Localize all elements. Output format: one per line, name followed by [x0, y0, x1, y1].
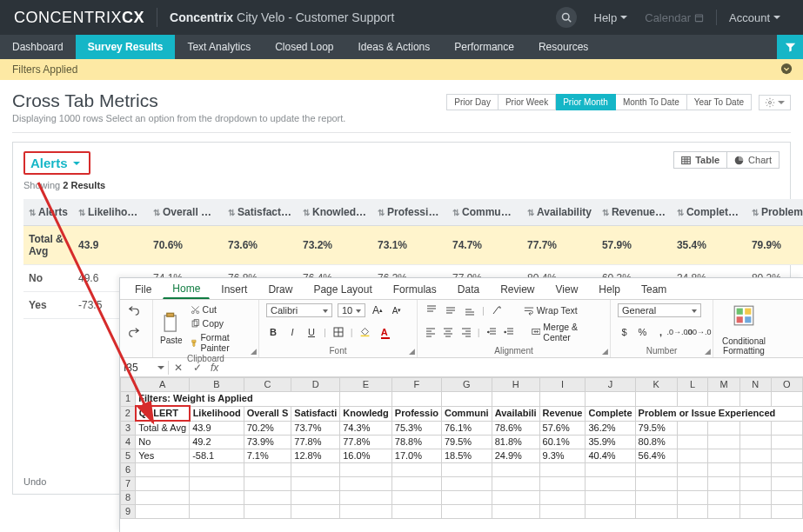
cell[interactable]	[771, 477, 802, 491]
expand-filters-icon[interactable]	[780, 63, 793, 77]
column-header[interactable]: ⇅Complete T…	[672, 199, 746, 226]
cell[interactable]: Revenue	[539, 406, 586, 421]
cell[interactable]: Filters: Weight is Applied	[136, 392, 340, 407]
cell[interactable]: -58.1	[190, 449, 244, 463]
currency-button[interactable]: $	[618, 325, 631, 339]
cell[interactable]	[441, 392, 492, 407]
cell[interactable]: Likelihood	[190, 406, 244, 421]
help-menu[interactable]: Help	[586, 11, 637, 24]
excel-tab-formulas[interactable]: Formulas	[384, 280, 446, 299]
filters-applied-bar[interactable]: Filters Applied	[0, 59, 803, 80]
cell[interactable]	[708, 505, 739, 519]
excel-tab-page-layout[interactable]: Page Layout	[304, 280, 381, 299]
cell[interactable]: Problem or Issue Experienced	[635, 406, 802, 421]
column-letter[interactable]: O	[771, 378, 802, 392]
cell[interactable]	[739, 392, 771, 407]
cell[interactable]	[391, 505, 441, 519]
cell[interactable]	[677, 392, 708, 407]
cell[interactable]	[136, 505, 190, 519]
cell[interactable]	[771, 421, 802, 436]
cell[interactable]	[190, 491, 244, 505]
align-left-icon[interactable]	[425, 325, 437, 339]
nav-tab-dashboard[interactable]: Dashboard	[0, 35, 76, 59]
excel-tab-home[interactable]: Home	[163, 279, 210, 299]
increase-font-icon[interactable]: A▴	[371, 303, 385, 317]
cell[interactable]: 80.8%	[635, 436, 677, 449]
column-letter[interactable]: H	[492, 378, 539, 392]
cell[interactable]	[708, 449, 739, 463]
cell[interactable]: 78.8%	[391, 436, 441, 449]
cell[interactable]	[492, 505, 539, 519]
metric-dropdown[interactable]: Alerts	[23, 151, 90, 175]
cell[interactable]: 40.4%	[586, 449, 635, 463]
column-letter[interactable]: J	[586, 378, 635, 392]
row-number[interactable]: 6	[121, 463, 136, 477]
cell[interactable]	[677, 449, 708, 463]
nav-tab-closed-loop[interactable]: Closed Loop	[263, 35, 345, 59]
column-header[interactable]: ⇅Overall Sati…	[148, 199, 223, 226]
column-header[interactable]: ⇅Communic…	[447, 199, 522, 226]
bold-button[interactable]: B	[266, 325, 280, 339]
cell[interactable]	[677, 421, 708, 436]
cell[interactable]: 60.1%	[539, 436, 586, 449]
row-number[interactable]: 7	[121, 477, 136, 491]
excel-sheet-grid[interactable]: ABCDEFGHIJKLMNO 1Filters: Weight is Appl…	[120, 377, 803, 519]
column-header[interactable]: ⇅Profession…	[372, 199, 447, 226]
excel-tab-file[interactable]: File	[125, 280, 161, 299]
cell[interactable]	[739, 449, 771, 463]
underline-button[interactable]: U	[304, 325, 318, 339]
cell[interactable]	[739, 477, 771, 491]
cell[interactable]	[291, 491, 340, 505]
cell[interactable]	[635, 491, 677, 505]
cell[interactable]	[391, 463, 441, 477]
column-letter[interactable]: A	[136, 378, 190, 392]
time-month-to-date[interactable]: Month To Date	[616, 94, 687, 110]
cell[interactable]	[492, 491, 539, 505]
cell[interactable]	[635, 392, 677, 407]
cell[interactable]: Satisfacti	[291, 406, 340, 421]
cell[interactable]	[677, 436, 708, 449]
cell[interactable]	[586, 392, 635, 407]
cell[interactable]: 57.6%	[539, 421, 586, 436]
excel-tab-help[interactable]: Help	[589, 280, 630, 299]
column-letter[interactable]: F	[391, 378, 441, 392]
column-header[interactable]: ⇅Knowledge	[298, 199, 372, 226]
cell[interactable]	[291, 477, 340, 491]
column-header[interactable]: ⇅Revenue at …	[597, 199, 672, 226]
increase-indent-icon[interactable]	[503, 325, 515, 339]
nav-tab-survey-results[interactable]: Survey Results	[76, 35, 176, 59]
cell[interactable]: 7.1%	[244, 449, 291, 463]
excel-tab-view[interactable]: View	[546, 280, 588, 299]
nav-tab-text-analytics[interactable]: Text Analytics	[175, 35, 263, 59]
cell[interactable]	[708, 477, 739, 491]
cell[interactable]	[739, 421, 771, 436]
italic-button[interactable]: I	[285, 325, 299, 339]
redo-icon[interactable]	[127, 325, 141, 339]
cell[interactable]: 73.9%	[244, 436, 291, 449]
cell[interactable]	[586, 463, 635, 477]
align-top-icon[interactable]	[425, 303, 438, 317]
cell[interactable]	[391, 491, 441, 505]
cell[interactable]: 74.3%	[340, 421, 392, 436]
cell[interactable]: 17.0%	[391, 449, 441, 463]
increase-decimal-icon[interactable]: .0→.00	[673, 325, 686, 339]
cell[interactable]: Total & Avg	[136, 421, 190, 436]
cell[interactable]	[708, 463, 739, 477]
align-middle-icon[interactable]	[444, 303, 458, 317]
account-menu[interactable]: Account	[720, 11, 789, 24]
time-year-to-date[interactable]: Year To Date	[687, 94, 752, 110]
cell[interactable]	[441, 477, 492, 491]
cell[interactable]	[586, 505, 635, 519]
cell[interactable]	[492, 392, 539, 407]
excel-conditional-formatting[interactable]: Conditional Formatting	[713, 300, 774, 357]
font-color-button[interactable]: A	[378, 325, 391, 339]
cell[interactable]	[739, 505, 771, 519]
view-chart-button[interactable]: Chart	[727, 151, 780, 169]
column-header[interactable]: ⇅Availability	[522, 199, 597, 226]
cell[interactable]	[677, 477, 708, 491]
cell[interactable]	[136, 463, 190, 477]
column-header[interactable]: ⇅Satisfactio…	[223, 199, 298, 226]
column-letter[interactable]: B	[190, 378, 244, 392]
cell[interactable]: 24.9%	[492, 449, 539, 463]
cell[interactable]	[136, 491, 190, 505]
